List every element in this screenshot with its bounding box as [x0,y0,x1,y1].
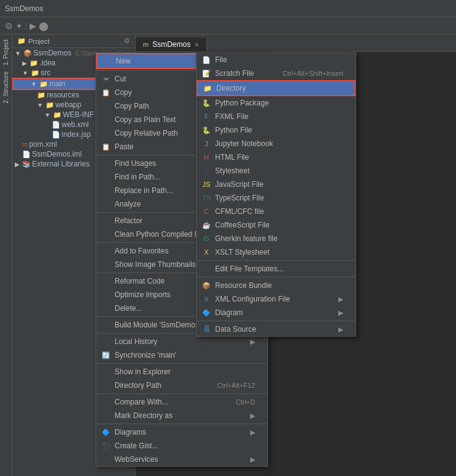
menu-item-diagrams[interactable]: 🔷 Diagrams ▶ [96,425,267,439]
submenu-label-gherkin: Gherkin feature file [215,234,277,243]
file-icon: 📄 [52,131,60,139]
datasource-icon: 🗄 [202,324,211,334]
coffee-icon: ☕ [202,220,211,230]
submenu-label-python-file: Python File [215,126,252,134]
directory-path-icon [101,380,111,390]
submenu-arrow-xml: ▶ [338,295,343,303]
menu-item-create-gist[interactable]: ⚫ Create Gist... [96,439,267,453]
menu-item-local-history[interactable]: Local History ▶ [96,335,267,348]
menu-item-compare[interactable]: Compare With... Ctrl+D [96,395,267,409]
submenu-item-edit-templates[interactable]: Edit File Templates... [197,262,356,276]
tab-label: SsmDemos [152,40,190,49]
submenu-label-xslt: XSLT Stylesheet [215,248,269,256]
side-label-structure[interactable]: 2. Structure [1,69,10,106]
submenu-item-scratch[interactable]: 📝 Scratch File Ctrl+Alt+Shift+Insert [197,67,356,80]
submenu-label-resource-bundle: Resource Bundle [215,281,272,290]
explorer-icon [101,367,111,377]
submenu-label-directory: Directory [216,84,246,92]
menu-label-delete: Delete... [115,304,142,313]
menu-label-copy-plain: Copy as Plain Text [115,115,176,124]
menu-label-synchronize: Synchronize 'main' [115,351,176,359]
submenu-item-directory[interactable]: 📁 Directory [197,80,356,96]
submenu-label-ts: TypeScript File [215,194,264,202]
html-icon: H [202,152,211,162]
tree-label-extlibs: External Libraries [32,160,89,168]
submenu-item-file[interactable]: 📄 File [197,53,356,67]
submenu-item-stylesheet[interactable]: C Stylesheet [197,164,356,178]
tree-label-pomxml: pom.xml [29,140,57,149]
menu-label-replace-path: Replace in Path... [115,186,173,195]
submenu-item-resource-bundle[interactable]: 📦 Resource Bundle [197,279,356,292]
menu-label-show-explorer: Show in Explorer [115,367,171,376]
copy-relative-icon [101,128,111,138]
menu-label-create-gist: Create Gist... [115,441,158,450]
ide-container: SsmDemos ⚙ ✦ | ▶ ⬤ 1. Project 2. Structu… [0,0,456,476]
file-new-icon: 📄 [202,55,211,65]
menu-label-refactor: Refactor [115,216,142,225]
menu-item-new-left: New [102,56,131,66]
menu-label-copy-path: Copy Path [115,102,149,110]
paste-icon: 📋 [101,142,111,152]
tree-label-webinf: WEB-INF [63,110,94,119]
mark-directory-icon [101,411,111,421]
tab-close-icon[interactable]: ✕ [194,41,199,48]
thumbnails-icon [101,260,111,269]
folder-icon: 📁 [46,101,54,109]
submenu-label-edit-templates: Edit File Templates... [215,265,283,273]
menu-label-local-history: Local History [115,337,157,346]
toolbar-icon-1[interactable]: ⚙ [5,21,13,31]
refactor-icon [101,216,111,226]
gist-icon: ⚫ [101,441,111,451]
menu-item-directory-path[interactable]: Directory Path Ctrl+Alt+F12 [96,379,267,392]
toolbar-icon-4[interactable]: ⬤ [39,21,49,31]
menu-item-synchronize[interactable]: 🔄 Synchronize 'main' [96,348,267,362]
submenu-item-coffeescript[interactable]: ☕ CoffeeScript File [197,218,356,232]
tree-label-resources: resources [47,91,79,99]
submenu-item-data-source[interactable]: 🗄 Data Source ▶ [197,322,356,336]
menu-label-add-favorites: Add to Favorites [115,247,168,255]
submenu-item-fxml[interactable]: F FXML File [197,110,356,123]
submenu-item-xml-config[interactable]: X XML Configuration File ▶ [197,292,356,306]
arrow-icon: ▼ [44,112,51,118]
find-path-icon [101,172,111,182]
submenu-item-ts[interactable]: TS TypeScript File [197,191,356,205]
arrow-icon: ▼ [31,81,37,88]
submenu-arrow-mark: ▶ [250,412,255,420]
menu-item-webservices[interactable]: WebServices ▶ [96,453,267,466]
clean-python-icon [101,229,111,239]
delete-icon [101,303,111,313]
toolbar-icon-2[interactable]: ✦ [15,21,23,31]
toolbar-icon-3[interactable]: ▶ [30,21,36,31]
submenu-label-file: File [215,55,227,64]
submenu-arrow-diagram: ▶ [338,309,343,317]
submenu-label-html: HTML File [215,153,249,162]
xslt-icon: X [202,247,211,257]
editor-tab-ssmdemos[interactable]: m SsmDemos ✕ [136,38,207,51]
cfml-icon: C [202,207,211,216]
favorites-icon [101,246,111,256]
new-icon [102,56,112,66]
menu-sep-7 [96,363,267,364]
scratch-icon: 📝 [202,68,211,78]
submenu-item-python-file[interactable]: 🐍 Python File [197,123,356,137]
menu-label-compare: Compare With... [115,398,168,406]
menu-label-mark-directory: Mark Directory as [115,411,173,420]
menu-item-mark-directory[interactable]: Mark Directory as ▶ [96,409,267,422]
submenu-item-js[interactable]: JS JavaScript File [197,178,356,191]
ts-icon: TS [202,193,211,203]
resource-icon: 📦 [202,281,211,290]
submenu-item-diagram[interactable]: 🔷 Diagram ▶ [197,306,356,319]
side-label-project[interactable]: 1. Project [1,37,10,68]
submenu-label-fxml: FXML File [215,112,248,121]
submenu-item-cfml[interactable]: C CFML/CFC file [197,205,356,218]
tab-icon: m [143,41,149,48]
submenu-item-python-package[interactable]: 🐍 Python Package [197,96,356,110]
menu-item-show-explorer[interactable]: Show in Explorer [96,365,267,379]
submenu-item-jupyter[interactable]: J Jupyter Notebook [197,137,356,150]
submenu-item-gherkin[interactable]: G Gherkin feature file [197,232,356,245]
submenu-sep-2 [197,277,356,277]
submenu-item-html[interactable]: H HTML File [197,150,356,164]
submenu-item-xslt[interactable]: X XSLT Stylesheet [197,245,356,259]
menu-label-paste: Paste [115,142,134,151]
panel-header-gear[interactable]: ⚙ [124,37,130,45]
